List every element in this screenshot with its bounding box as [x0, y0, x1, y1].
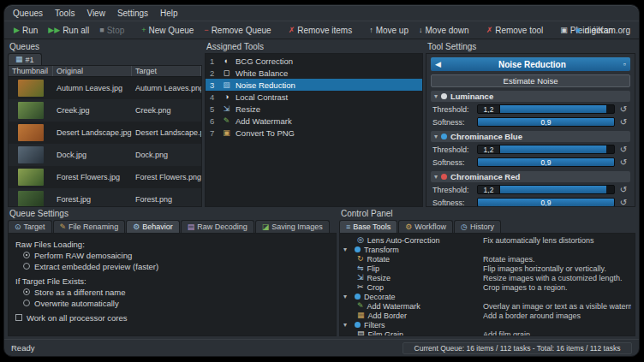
reset-icon[interactable]: ↺	[618, 186, 629, 194]
tree-item-resize[interactable]: ⇲ResizeResize images with a customized l…	[343, 273, 631, 282]
new-queue-button[interactable]: +New Queue	[137, 24, 198, 37]
queue-settings-tab-raw-decoding[interactable]: ▤Raw Decoding	[181, 220, 254, 233]
behavior-tab-icon: ⚙	[133, 223, 140, 231]
film-grain-icon: ▤	[357, 330, 365, 336]
slider-track	[500, 105, 614, 113]
remove-queue-button[interactable]: −Remove Queue	[200, 24, 275, 37]
tree-item-lens-auto-correction[interactable]: ◎Lens Auto-CorrectionFix automatically l…	[343, 235, 631, 245]
queue-row-dock-jpg[interactable]: Dock.jpgDock.png	[9, 144, 201, 166]
control-panel-tab-history[interactable]: ◷History	[454, 220, 501, 233]
tool-row-noise-reduction[interactable]: 3▨Noise Reduction	[206, 79, 422, 91]
tree-item-crop[interactable]: ✂CropCrop images to a region.	[343, 282, 631, 292]
queue-row-forest-flowers-jpg[interactable]: Forest Flowers.jpgForest Flowers.png	[9, 166, 201, 188]
category-dot-icon	[355, 246, 361, 252]
tree-node-name: ▾Filters	[343, 321, 483, 329]
tree-node-name: ✂Crop	[343, 283, 483, 292]
tree-group-transform[interactable]: ▾Transform	[343, 245, 631, 254]
raw-tab-icon: ▤	[188, 223, 195, 231]
luminance-threshold-slider[interactable]: 1,2	[477, 104, 615, 114]
queue-row-creek-jpg[interactable]: Creek.jpgCreek.png	[9, 99, 201, 122]
tree-item-rotate[interactable]: ↻RotateRotate images.	[343, 254, 631, 264]
remove-tool-button[interactable]: ✗Remove tool	[482, 24, 548, 37]
menu-help[interactable]: Help	[160, 9, 178, 18]
radio-extract-embedded-preview-faster[interactable]: Extract embedded preview (faster)	[15, 261, 329, 271]
group-header-chrominance-blue[interactable]: ▾Chrominance Blue	[431, 131, 630, 142]
chrominance-blue-threshold-slider[interactable]: 1,2	[477, 145, 615, 154]
tool-row-bcg-correction[interactable]: 1◐BCG Correction	[206, 55, 422, 67]
tool-row-convert-to-png[interactable]: 7▣Convert To PNG	[206, 127, 422, 139]
tree-item-add-border[interactable]: ▦Add BorderAdd a border around images	[343, 311, 631, 320]
column-header-thumbnail[interactable]: Thumbnail	[9, 66, 53, 76]
add-watermark-icon: ✎	[222, 117, 231, 125]
chrominance-blue-softness-slider[interactable]: 0,9	[477, 157, 615, 167]
luminance-softness-slider[interactable]: 0,9	[477, 117, 615, 127]
chrominance-red-threshold-slider[interactable]: 1,2	[477, 185, 615, 194]
queue-tab-1[interactable]: ▦ #1	[8, 53, 42, 65]
speaker-icon: ◀	[435, 61, 441, 68]
reset-icon[interactable]: ↺	[618, 118, 629, 127]
brand-label: digiKam.org	[585, 26, 630, 35]
move-up-button[interactable]: ↑Move up	[365, 24, 413, 37]
group-header-luminance[interactable]: ▾Luminance	[431, 91, 630, 102]
group-header-chrominance-red[interactable]: ▾Chrominance Red	[431, 171, 630, 182]
group-name: Chrominance Red	[450, 172, 520, 181]
radio-perform-raw-demosaicing[interactable]: Perform RAW demosaicing	[15, 250, 329, 260]
menu-queues[interactable]: Queues	[13, 9, 43, 18]
tree-group-decorate[interactable]: ▾Decorate	[343, 292, 631, 301]
queue-settings-tab-target[interactable]: ⊙Target	[8, 220, 52, 233]
play-icon: ▶	[14, 27, 20, 34]
radio-overwrite-automatically[interactable]: Overwrite automatically	[15, 298, 329, 308]
tree-item-film-grain[interactable]: ▤Film GrainAdd film grain	[343, 329, 631, 336]
assigned-tools-list: 1◐BCG Correction2◻White Balance3▨Noise R…	[205, 53, 423, 207]
run-all-button[interactable]: ▶▶Run all	[44, 24, 93, 37]
tree-item-flip[interactable]: ⇋FlipFlip images horizontally or vertica…	[343, 264, 631, 273]
queue-row-autumn-leaves-jpg[interactable]: Autumn Leaves.jpgAutumn Leaves.png	[9, 77, 201, 99]
tool-index: 2	[210, 68, 218, 78]
tool-row-local-contrast[interactable]: 4◑Local Contrast	[206, 91, 422, 103]
run-button[interactable]: ▶Run	[9, 24, 42, 37]
tree-node-name: ◎Lens Auto-Correction	[343, 236, 483, 245]
brand-link[interactable]: ◈ digiKam.org	[575, 26, 634, 35]
thumbnail-cell	[9, 146, 53, 163]
original-filename: Forest.jpg	[53, 195, 132, 204]
tool-row-white-balance[interactable]: 2◻White Balance	[206, 67, 422, 79]
menu-view[interactable]: View	[86, 9, 105, 18]
radio-store-as-a-different-name[interactable]: Store as a different name	[15, 287, 329, 297]
header-menu-icon[interactable]: ▫	[623, 61, 626, 68]
reset-icon[interactable]: ↺	[618, 199, 629, 207]
expander-icon: ▾	[343, 321, 351, 329]
group-label: Decorate	[364, 293, 396, 301]
workflow-tab-icon: ⚙	[405, 223, 412, 231]
queue-settings-tab-saving-images[interactable]: ◪Saving Images	[255, 220, 330, 233]
tool-row-add-watermark[interactable]: 6✎Add Watermark	[206, 115, 422, 127]
move-down-button[interactable]: ↓Move down	[414, 24, 474, 37]
column-header-target[interactable]: Target	[132, 66, 201, 76]
reset-icon[interactable]: ↺	[618, 158, 629, 167]
queue-row-desert-landscape-jpg[interactable]: Desert Landscape.jpgDesert Landscape.png	[9, 122, 201, 144]
menu-settings[interactable]: Settings	[117, 9, 148, 18]
queue-settings-tab-file-renaming[interactable]: ✎File Renaming	[53, 220, 126, 233]
reset-icon[interactable]: ↺	[618, 145, 629, 154]
chrominance-red-softness-slider[interactable]: 0,9	[477, 198, 615, 207]
queue-row-forest-jpg[interactable]: Forest.jpgForest.png	[9, 188, 201, 206]
luminance-threshold-value: 1,2	[478, 105, 500, 113]
control-panel-tab-base-tools[interactable]: ≡Base Tools	[339, 220, 397, 233]
category-dot-icon	[355, 294, 361, 300]
column-header-original[interactable]: Original	[53, 66, 132, 76]
thumbnail-image	[18, 169, 44, 186]
tool-row-resize[interactable]: 5⇲Resize	[206, 103, 422, 115]
crop-icon: ✂	[357, 283, 364, 291]
checkbox-work-on-all-processor-cores[interactable]: Work on all processor cores	[15, 312, 329, 323]
control-panel-tab-workflow[interactable]: ⚙Workflow	[398, 220, 453, 233]
tree-node-description: Fix automatically lens distortions	[483, 236, 631, 245]
tool-label: Add Watermark	[236, 116, 292, 126]
queue-settings-tab-behavior[interactable]: ⚙Behavior	[126, 220, 180, 233]
original-filename: Autumn Leaves.jpg	[53, 84, 132, 92]
estimate-noise-button[interactable]: Estimate Noise	[431, 74, 630, 87]
queue-settings-title: Queue Settings	[8, 209, 337, 220]
menu-tools[interactable]: Tools	[55, 9, 75, 18]
remove-items-button[interactable]: ✗Remove items	[284, 24, 356, 37]
tree-item-add-watermark[interactable]: ✎Add WatermarkOverlay an image or text a…	[343, 301, 631, 311]
tree-group-filters[interactable]: ▾Filters	[343, 320, 631, 329]
reset-icon[interactable]: ↺	[618, 105, 629, 114]
